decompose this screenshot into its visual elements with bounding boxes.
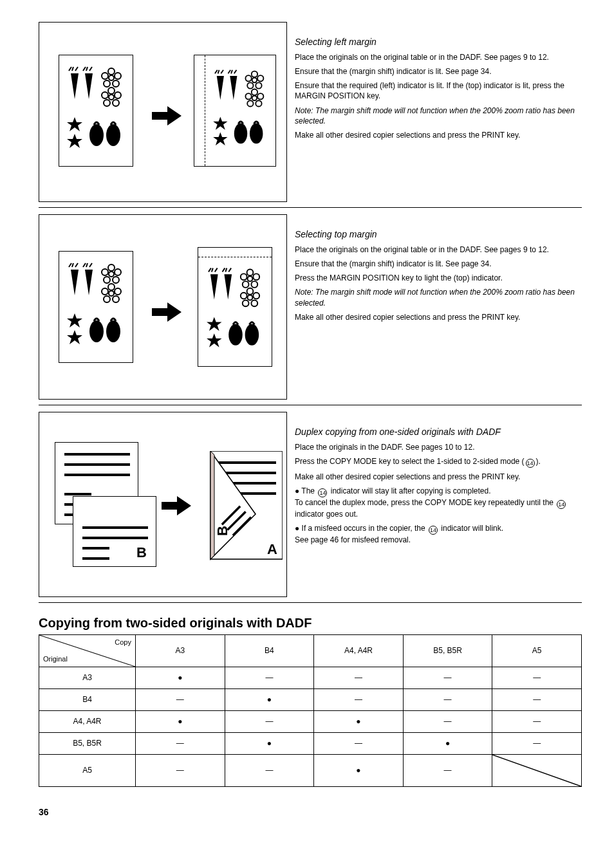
sheet-original	[59, 55, 133, 167]
svg-text:B: B	[214, 526, 230, 536]
sheet-original	[59, 251, 133, 363]
divider	[39, 207, 582, 208]
page-number: 36	[39, 806, 582, 818]
svg-point-55	[245, 324, 259, 346]
svg-point-34	[109, 291, 114, 296]
svg-point-12	[89, 124, 104, 146]
cell: ●	[314, 711, 404, 733]
svg-point-14	[252, 78, 257, 82]
diagonal-header: Copy Original	[39, 635, 136, 667]
circled-number-icon: 14	[557, 500, 566, 509]
arrow-right-icon	[152, 106, 181, 125]
svg-point-18	[247, 82, 253, 88]
svg-point-3	[113, 80, 119, 87]
paper-size-table: Copy Original A3 B4 A4, A4R B5, B5R A5 A…	[39, 634, 582, 787]
svg-point-47	[241, 273, 247, 280]
left-margin-line	[205, 55, 205, 166]
cell: —	[492, 689, 582, 711]
step: Place the originals on the original tabl…	[295, 52, 582, 62]
svg-point-40	[89, 320, 104, 342]
svg-point-6	[109, 95, 114, 100]
table-row: A4, A4R ● — ● — —	[39, 711, 582, 733]
step: Place the originals in the DADF. See pag…	[295, 442, 582, 452]
svg-point-11	[102, 92, 108, 98]
cell: —	[403, 667, 492, 689]
row-header: A4, A4R	[39, 711, 136, 733]
col-header: A4, A4R	[314, 635, 404, 667]
cell: —	[314, 667, 404, 689]
svg-point-39	[102, 288, 108, 295]
svg-point-5	[102, 73, 108, 79]
cell: —	[492, 667, 582, 689]
row-header: B4	[39, 689, 136, 711]
text-left-margin: Selecting left margin Place the original…	[295, 22, 582, 144]
step: Make all other desired copier selections…	[295, 472, 582, 482]
step: Ensure that the (margin shift) indicator…	[295, 259, 582, 269]
cell: —	[136, 755, 225, 787]
circled-number-icon: 14	[526, 459, 535, 468]
table-row: B4 — ● — — —	[39, 689, 582, 711]
step: Press the MARGIN POSITION key to light t…	[295, 273, 582, 283]
section-left-margin: Selecting left margin Place the original…	[39, 22, 582, 202]
svg-point-37	[113, 296, 119, 302]
svg-point-31	[113, 277, 119, 283]
content-pattern-icon	[206, 55, 275, 167]
col-header: B5, B5R	[403, 635, 492, 667]
cell: —	[403, 755, 492, 787]
row-header: A3	[39, 667, 136, 689]
table-row: A3 ● — — — —	[39, 667, 582, 689]
divider	[39, 405, 582, 405]
cell: —	[403, 711, 492, 733]
section-top-margin: Selecting top margin Place the originals…	[39, 214, 582, 400]
figure-duplex: A B A	[39, 412, 287, 597]
svg-point-32	[104, 277, 110, 283]
svg-point-15	[252, 71, 257, 77]
col-header: B4	[225, 635, 314, 667]
svg-point-53	[241, 293, 247, 299]
svg-point-54	[228, 324, 242, 346]
cell: —	[314, 733, 404, 755]
svg-point-41	[106, 320, 120, 342]
table-header-row: Copy Original A3 B4 A4, A4R B5, B5R A5	[39, 635, 582, 667]
svg-point-48	[248, 295, 253, 300]
svg-point-4	[104, 80, 110, 87]
subhead: Duplex copying from one-sided originals …	[295, 426, 582, 438]
svg-point-16	[257, 75, 263, 81]
text-duplex: Duplex copying from one-sided originals …	[295, 412, 582, 549]
row-header: B5, B5R	[39, 733, 136, 755]
svg-point-7	[108, 88, 115, 94]
svg-point-8	[115, 92, 121, 98]
note: Note: The margin shift mode will not fun…	[295, 287, 582, 308]
cell: —	[225, 667, 314, 689]
cell-na	[492, 755, 582, 787]
divider	[39, 602, 582, 603]
step: Make all other desired copier selections…	[295, 130, 582, 140]
note: Note: The margin shift mode will not fun…	[295, 106, 582, 126]
svg-point-27	[250, 124, 263, 144]
svg-point-26	[234, 124, 247, 144]
duplex-sheet: A B	[199, 451, 283, 567]
svg-point-28	[109, 272, 114, 277]
content-pattern-icon	[198, 257, 273, 366]
svg-point-42	[248, 276, 253, 281]
svg-point-24	[247, 100, 253, 106]
cell: ●	[136, 711, 225, 733]
svg-point-36	[115, 288, 121, 295]
svg-point-21	[252, 89, 257, 95]
table-row: B5, B5R — ● — ● —	[39, 733, 582, 755]
svg-point-20	[252, 96, 257, 100]
arrow-right-icon	[162, 496, 191, 515]
cell: —	[492, 733, 582, 755]
step: Ensure that the (margin shift) indicator…	[295, 66, 582, 77]
folded-sheet-icon: A B	[199, 451, 283, 567]
section-duplex: A B A	[39, 412, 582, 597]
row-header: A5	[39, 755, 136, 787]
circled-number-icon: 14	[429, 526, 438, 535]
figure-top-margin	[39, 214, 287, 400]
content-pattern-icon	[59, 55, 134, 167]
cell: —	[136, 733, 225, 755]
svg-point-51	[251, 300, 257, 306]
svg-point-13	[106, 124, 120, 146]
svg-point-50	[253, 293, 259, 299]
col-header: A3	[136, 635, 225, 667]
